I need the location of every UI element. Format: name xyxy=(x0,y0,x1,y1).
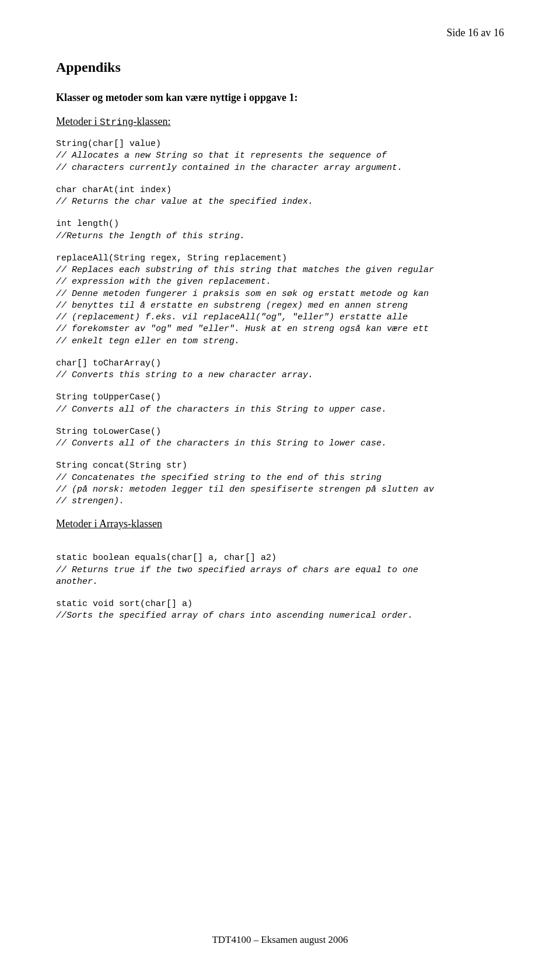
sig: int length() xyxy=(56,219,119,229)
string-heading-suffix: -klassen: xyxy=(134,116,171,127)
sig: static void sort(char[] a) xyxy=(56,599,192,609)
comment-line: // Returns the char value at the specifi… xyxy=(56,197,313,207)
sig: String concat(String str) xyxy=(56,461,187,471)
sig: String toLowerCase() xyxy=(56,427,161,437)
comment-line: // Allocates a new String so that it rep… xyxy=(56,151,387,161)
comment-line: //Sorts the specified array of chars int… xyxy=(56,611,413,621)
string-heading-prefix: Metoder i xyxy=(56,116,100,127)
page-footer: TDT4100 – Eksamen august 2006 xyxy=(0,934,560,946)
string-heading-code: String xyxy=(100,117,134,128)
method-charat: char charAt(int index) // Returns the ch… xyxy=(56,184,504,208)
method-arrays-sort: static void sort(char[] a) //Sorts the s… xyxy=(56,598,504,622)
page-content: Appendiks Klasser og metoder som kan vær… xyxy=(0,0,560,935)
string-class-heading: Metoder i String-klassen: xyxy=(56,116,504,128)
method-tochararray: char[] toCharArray() // Converts this st… xyxy=(56,358,504,382)
page-number: Side 16 av 16 xyxy=(447,27,505,39)
method-tolowercase: String toLowerCase() // Converts all of … xyxy=(56,426,504,450)
appendix-title: Appendiks xyxy=(56,60,504,75)
sig: replaceAll(String regex, String replacem… xyxy=(56,253,287,263)
method-concat: String concat(String str) // Concatenate… xyxy=(56,460,504,507)
comment-line: // enkelt tegn eller en tom streng. xyxy=(56,336,240,346)
comment-line: // (på norsk: metoden legger til den spe… xyxy=(56,485,434,495)
method-length: int length() //Returns the length of thi… xyxy=(56,218,504,242)
sig: char charAt(int index) xyxy=(56,185,172,195)
sig: static boolean equals(char[] a, char[] a… xyxy=(56,553,276,563)
comment-line: // characters currently contained in the… xyxy=(56,163,402,173)
method-touppercase: String toUpperCase() // Converts all of … xyxy=(56,392,504,416)
sig: String(char[] value) xyxy=(56,139,161,149)
method-string-constructor: String(char[] value) // Allocates a new … xyxy=(56,138,504,174)
comment-line: // Converts this string to a new charact… xyxy=(56,370,313,380)
comment-line: // Replaces each substring of this strin… xyxy=(56,265,434,275)
subheading: Klasser og metoder som kan være nyttige … xyxy=(56,92,504,104)
comment-line: // Converts all of the characters in thi… xyxy=(56,438,387,448)
comment-line: another. xyxy=(56,577,98,587)
comment-line: // strengen). xyxy=(56,496,124,506)
comment-line: // Concatenates the specified string to … xyxy=(56,473,382,483)
comment-line: // Denne metoden fungerer i praksis som … xyxy=(56,289,429,299)
arrays-class-heading: Metoder i Arrays-klassen xyxy=(56,518,504,530)
comment-line: // Returns true if the two specified arr… xyxy=(56,565,418,575)
comment-line: // expression with the given replacement… xyxy=(56,277,271,287)
comment-line: // benyttes til å erstatte en substreng … xyxy=(56,301,408,311)
comment-line: // forekomster av "og" med "eller". Husk… xyxy=(56,324,429,334)
comment-line: // (replacement) f.eks. vil replaceAll("… xyxy=(56,312,408,322)
sig: String toUpperCase() xyxy=(56,392,161,402)
method-replaceall: replaceAll(String regex, String replacem… xyxy=(56,253,504,347)
comment-line: // Converts all of the characters in thi… xyxy=(56,405,387,415)
sig: char[] toCharArray() xyxy=(56,358,161,368)
method-arrays-equals: static boolean equals(char[] a, char[] a… xyxy=(56,552,504,588)
comment-line: //Returns the length of this string. xyxy=(56,231,245,241)
